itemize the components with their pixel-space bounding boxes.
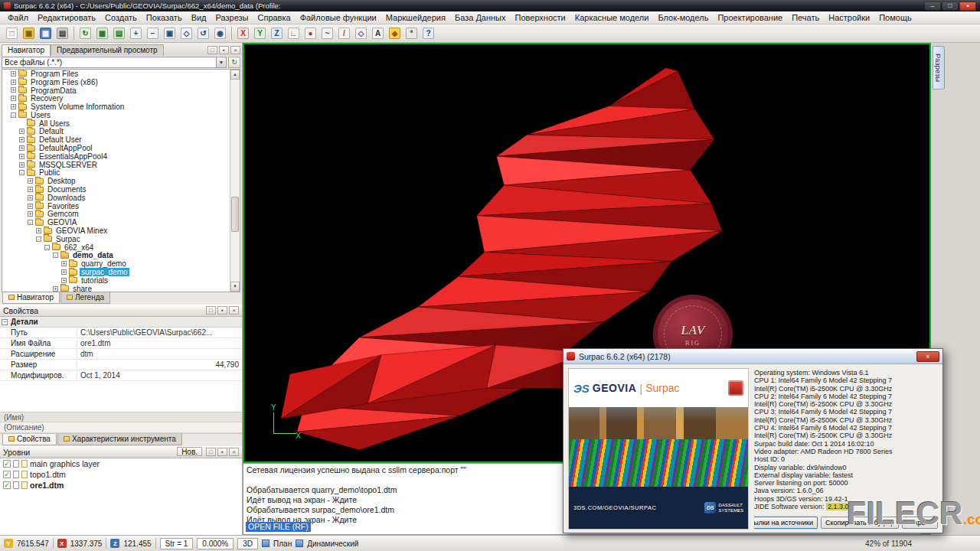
string-number-field[interactable]: Str = 1 [160,538,194,549]
tree-scrollbar[interactable]: ▲ ▼ [230,70,240,292]
tree-item[interactable]: - Users [2,111,230,119]
dialog-close-button[interactable]: × [916,351,939,362]
palette-button[interactable]: ◆ [387,26,403,41]
rotate-view-button[interactable]: ↺ [195,26,211,41]
menu-item[interactable]: Файл [3,12,33,23]
tree-expander[interactable]: + [61,261,67,266]
tree-item[interactable]: + Documents [2,185,230,194]
layer-visibility-checkbox[interactable]: ✓ [3,460,11,468]
tree-item[interactable]: + ProgramData [2,86,230,95]
menu-item[interactable]: Проектирование [713,12,787,23]
pan-button[interactable]: ◇ [178,26,194,41]
tree-item[interactable]: - GEOVIA [2,218,230,227]
tree-expander[interactable]: + [36,228,41,233]
pin-icon[interactable]: ▪ [219,46,229,54]
menu-item[interactable]: Создать [100,12,142,23]
tree-item[interactable]: + Desktop [2,177,230,185]
property-group-row[interactable]: − Детали [0,317,242,328]
help-button[interactable]: ? [420,26,436,41]
tree-expander[interactable]: + [28,178,33,184]
tree-expander[interactable]: + [61,269,67,275]
zoom-in-button[interactable]: + [128,26,144,41]
tab[interactable]: Характеристики инструмента [57,434,182,445]
toolbar-button[interactable] [229,26,234,41]
toolbar-button[interactable] [71,26,77,41]
menu-item[interactable]: Настройки [824,12,874,23]
dynamic-mode-label[interactable]: Динамический [307,540,358,548]
menu-item[interactable]: Файловые функции [296,12,381,23]
tab-preview[interactable]: Предварительный просмотр [51,44,164,56]
menu-item[interactable]: Поверхности [511,12,570,23]
menu-item[interactable]: База Данных [450,12,511,23]
file-filter-select[interactable]: Все файлы (.*.*) ▼ [2,57,227,68]
tree-expander[interactable]: + [28,195,33,201]
open-file-button[interactable]: ▣ [21,26,37,41]
save-file-button[interactable]: ▦ [38,26,54,41]
tree-item[interactable]: + Downloads [2,194,230,202]
tree-item[interactable]: + Default User [2,135,230,144]
tree-expander[interactable]: + [11,80,16,85]
refresh-graphics-button[interactable]: ↻ [77,26,93,41]
layer-row[interactable]: ✓ topo1.dtm [0,469,242,480]
tree-item[interactable]: + Default [2,128,230,136]
scroll-thumb[interactable] [231,197,239,232]
dialog-button[interactable]: Ссылки на источники [754,517,818,529]
tree-item[interactable]: + GEOVIA Minex [2,227,230,235]
tree-expander[interactable]: - [44,245,50,250]
layer-visibility-checkbox[interactable]: ✓ [3,481,11,489]
tree-expander[interactable]: + [61,278,67,283]
undock-icon[interactable]: □ [207,46,217,54]
scroll-up-icon[interactable]: ▲ [230,70,240,80]
menu-item[interactable]: Вид [187,12,211,23]
tab-navigator[interactable]: Навигатор [2,44,51,56]
tree-item[interactable]: + Program Files (x86) [2,78,230,86]
settings-button[interactable]: * [403,26,420,41]
axis-z-button[interactable]: Z [269,26,285,41]
undock-icon[interactable]: □ [206,448,216,456]
center-view-button[interactable]: ◉ [212,26,228,41]
selected-message[interactable]: OPEN FILE (RF) [246,522,311,532]
scroll-down-icon[interactable]: ▼ [230,282,240,292]
tree-expander[interactable]: + [11,96,16,101]
tree-item[interactable]: + Program Files [2,70,230,78]
tree-expander[interactable]: + [28,211,33,217]
draw-line-button[interactable]: / [336,26,352,41]
tree-expander[interactable]: + [19,145,24,151]
scale-field[interactable]: 0.000% [197,538,234,549]
tree-expander[interactable]: + [19,137,24,142]
zoom-box-button[interactable]: ▣ [162,26,178,41]
menu-item[interactable]: Показать [142,12,187,23]
pin-icon[interactable]: ▪ [217,306,227,315]
dialog-title-bar[interactable]: Surpac 6.6.2 (x64) (2178) × [564,349,942,364]
menu-item[interactable]: Помощь [874,12,916,23]
tree-item[interactable]: - demo_data [2,252,230,260]
tree-expander[interactable]: - [36,236,41,242]
menu-item[interactable]: Каркасные модели [570,12,654,23]
tab[interactable]: Навигатор [2,292,60,304]
tree-expander[interactable]: - [11,112,16,118]
tree-expander[interactable]: + [19,154,24,159]
tree-item[interactable]: - Surpac [2,235,230,243]
menu-item[interactable]: Печать [787,12,824,23]
tree-expander[interactable]: + [19,162,24,168]
collapse-icon[interactable]: − [2,319,8,325]
new-layer-button[interactable]: Нов. [177,447,202,456]
chevron-down-icon[interactable]: ▼ [216,57,226,67]
tree-item[interactable]: + share [2,285,230,292]
menu-item[interactable]: Разрезы [211,12,253,23]
undock-icon[interactable]: □ [206,306,216,315]
close-icon[interactable]: × [230,46,240,54]
new-file-button[interactable]: □ [4,26,20,41]
tree-item[interactable]: + tutorials [2,276,230,285]
menu-item[interactable]: Маркшейдерия [381,12,450,23]
tree-item[interactable]: + quarry_demo [2,259,230,268]
tree-expander[interactable]: + [28,187,33,192]
tree-item[interactable]: + MSSQLSERVER [2,161,230,169]
plan-view-label[interactable]: План [273,540,292,548]
measure-button[interactable]: ∟ [286,26,302,41]
tree-item[interactable]: + Favorites [2,202,230,210]
tree-item[interactable]: + Gemcom [2,210,230,219]
string-edit-button[interactable]: ~ [319,26,335,41]
tree-item[interactable]: + DefaultAppPool [2,144,230,152]
pin-icon[interactable]: ▪ [217,448,227,456]
